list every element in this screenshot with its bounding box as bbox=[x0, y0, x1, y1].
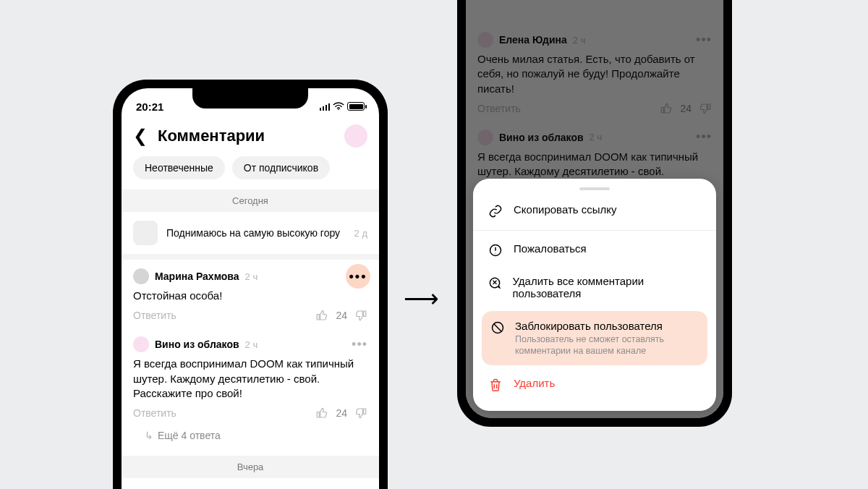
chip-unanswered[interactable]: Неотвеченные bbox=[133, 156, 225, 179]
block-icon bbox=[490, 320, 505, 335]
alert-icon bbox=[488, 242, 503, 258]
comment-item: Вино из облаков 2 ч ••• Я всегда восприн… bbox=[122, 328, 379, 425]
back-button[interactable]: ❮ bbox=[133, 127, 148, 145]
status-time: 20:21 bbox=[136, 101, 163, 113]
like-count: 24 bbox=[336, 310, 347, 321]
comment-author[interactable]: Марина Рахмова bbox=[155, 271, 239, 282]
separator bbox=[473, 230, 716, 231]
thumb-up-icon[interactable] bbox=[315, 309, 328, 322]
comment-body: Я всегда воспринимал DOOM как типичный ш… bbox=[133, 357, 367, 401]
thumb-down-icon[interactable] bbox=[354, 309, 367, 322]
trash-icon bbox=[488, 377, 503, 392]
post-row[interactable]: Поднимаюсь на самую высокую гору 2 д bbox=[122, 212, 379, 254]
comment-item: Марина Рахмова 2 ч ••• Отстойная особа! … bbox=[122, 260, 379, 328]
sheet-delete-all[interactable]: Удалить все комментарии пользователя bbox=[473, 266, 716, 308]
phone-left: 20:21 ❮ Комментарии Неотвеченные От подп… bbox=[113, 80, 388, 489]
comment-avatar[interactable] bbox=[133, 336, 149, 352]
sheet-label: Заблокировать пользователя bbox=[515, 320, 699, 332]
comment-time: 2 ч bbox=[245, 339, 258, 350]
svg-point-0 bbox=[338, 109, 339, 110]
action-sheet: Скопировать ссылку Пожаловаться Удалить … bbox=[473, 179, 716, 412]
sheet-label: Скопировать ссылку bbox=[514, 203, 617, 216]
reply-button[interactable]: Ответить bbox=[133, 310, 176, 321]
post-title: Поднимаюсь на самую высокую гору bbox=[166, 227, 346, 239]
reply-button[interactable]: Ответить bbox=[133, 407, 176, 419]
sheet-handle[interactable] bbox=[579, 187, 610, 190]
comment-time: 2 ч bbox=[245, 271, 258, 282]
sheet-sublabel: Пользователь не сможет оставлять коммент… bbox=[515, 333, 699, 357]
page-title: Комментарии bbox=[158, 127, 334, 145]
sheet-copy-link[interactable]: Скопировать ссылку bbox=[473, 195, 716, 227]
comment-body: Отстойная особа! bbox=[133, 289, 367, 303]
sheet-label: Удалить bbox=[514, 377, 555, 389]
comment-more-icon[interactable]: ••• bbox=[346, 264, 370, 289]
section-today: Сегодня bbox=[122, 190, 379, 212]
reply-arrow-icon: ↳ bbox=[145, 430, 153, 441]
post-time: 2 д bbox=[354, 228, 367, 239]
more-replies-button[interactable]: ↳ Ещё 4 ответа bbox=[122, 425, 379, 450]
phone-right: Елена Юдина 2 ч ••• Очень милая статья. … bbox=[457, 0, 732, 427]
sheet-label: Удалить все комментарии пользователя bbox=[512, 275, 702, 299]
section-yesterday: Вчера bbox=[122, 456, 379, 478]
flow-arrow-icon: ⟶ bbox=[404, 284, 439, 312]
battery-icon bbox=[347, 102, 365, 111]
separator bbox=[122, 254, 379, 260]
more-replies-label: Ещё 4 ответа bbox=[158, 430, 221, 441]
sheet-delete[interactable]: Удалить bbox=[473, 368, 716, 401]
like-count: 24 bbox=[336, 407, 347, 419]
sheet-report[interactable]: Пожаловаться bbox=[473, 234, 716, 266]
profile-avatar[interactable] bbox=[344, 124, 367, 148]
chip-from-subscribers[interactable]: От подписчиков bbox=[232, 156, 330, 179]
thumb-up-icon[interactable] bbox=[315, 407, 328, 420]
sheet-label: Пожаловаться bbox=[514, 242, 587, 255]
comment-more-icon[interactable]: ••• bbox=[352, 337, 367, 352]
chat-remove-icon bbox=[488, 275, 502, 290]
wifi-icon bbox=[333, 102, 344, 111]
post-thumbnail bbox=[133, 221, 158, 245]
phone-notch bbox=[192, 88, 308, 109]
sheet-block-user[interactable]: Заблокировать пользователя Пользователь … bbox=[482, 311, 707, 366]
signal-icon bbox=[320, 103, 331, 111]
thumb-down-icon[interactable] bbox=[354, 407, 367, 420]
comment-avatar[interactable] bbox=[133, 268, 149, 284]
link-icon bbox=[488, 203, 503, 218]
comment-author[interactable]: Вино из облаков bbox=[155, 339, 239, 350]
